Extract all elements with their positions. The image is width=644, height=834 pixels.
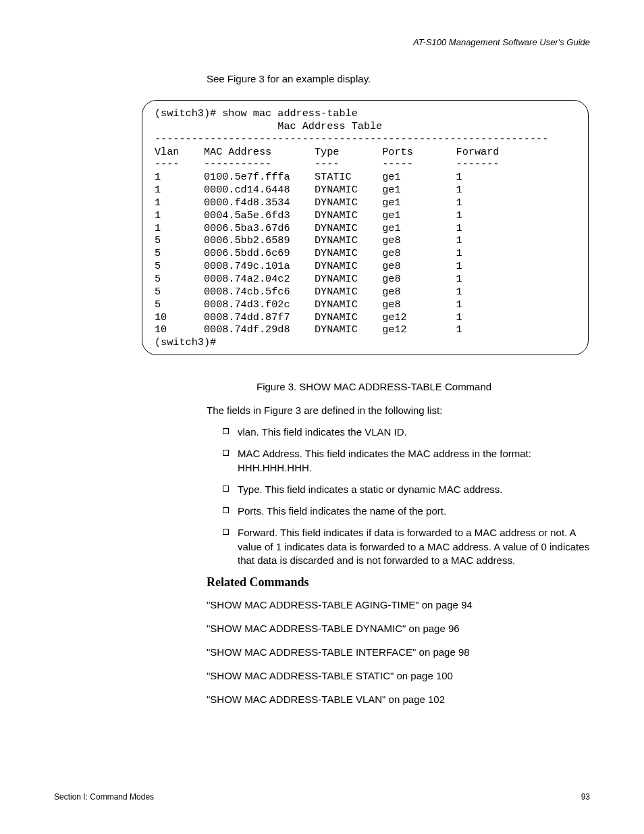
related-link: "SHOW MAC ADDRESS-TABLE STATIC" on page … <box>207 670 594 681</box>
cli-row: 1 0004.5a5e.6fd3 DYNAMIC ge1 1 <box>155 209 462 221</box>
footer-page-number: 93 <box>581 792 590 802</box>
cli-row: 5 0006.5bdd.6c69 DYNAMIC ge8 1 <box>155 247 462 259</box>
fields-intro: The fields in Figure 3 are defined in th… <box>207 405 594 416</box>
cli-col-header: Vlan MAC Address Type Ports Forward <box>155 146 499 158</box>
list-item: Type. This field indicates a static or d… <box>223 483 594 496</box>
related-link: "SHOW MAC ADDRESS-TABLE DYNAMIC" on page… <box>207 623 594 634</box>
cli-row: 1 0000.f4d8.3534 DYNAMIC ge1 1 <box>155 197 462 209</box>
list-item: Ports. This field indicates the name of … <box>223 504 594 518</box>
cli-row: 1 0100.5e7f.fffa STATIC ge1 1 <box>155 171 462 183</box>
fields-list: vlan. This field indicates the VLAN ID. … <box>207 425 594 567</box>
cli-row: 1 0000.cd14.6448 DYNAMIC ge1 1 <box>155 184 462 196</box>
cli-table-title: Mac Address Table <box>155 120 382 132</box>
content-top: See Figure 3 for an example display. <box>207 73 591 94</box>
cli-prompt-end: (switch3)# <box>155 336 216 348</box>
cli-row: 5 0008.74d3.f02c DYNAMIC ge8 1 <box>155 298 462 311</box>
cli-prompt-command: (switch3)# show mac address-table <box>155 107 358 120</box>
cli-col-rule: ---- ----------- ---- ----- ------- <box>155 158 499 170</box>
related-link: "SHOW MAC ADDRESS-TABLE AGING-TIME" on p… <box>207 599 594 610</box>
related-link: "SHOW MAC ADDRESS-TABLE INTERFACE" on pa… <box>207 646 594 658</box>
cli-rule: ----------------------------------------… <box>155 133 548 145</box>
cli-row: 10 0008.74df.29d8 DYNAMIC ge12 1 <box>155 323 462 336</box>
figure-caption: Figure 3. SHOW MAC ADDRESS-TABLE Command <box>257 381 594 392</box>
cli-row: 10 0008.74dd.87f7 DYNAMIC ge12 1 <box>155 311 462 323</box>
cli-row: 5 0006.5bb2.6589 DYNAMIC ge8 1 <box>155 234 462 246</box>
list-item: MAC Address. This field indicates the MA… <box>223 447 594 475</box>
intro-text: See Figure 3 for an example display. <box>207 73 591 84</box>
list-item: vlan. This field indicates the VLAN ID. <box>223 425 594 439</box>
cli-row: 5 0008.74a2.04c2 DYNAMIC ge8 1 <box>155 273 462 285</box>
cli-row: 5 0008.749c.101a DYNAMIC ge8 1 <box>155 260 462 272</box>
cli-row: 5 0008.74cb.5fc6 DYNAMIC ge8 1 <box>155 286 462 298</box>
running-head: AT-S100 Management Software User's Guide <box>413 37 590 47</box>
cli-output-box: (switch3)# show mac address-table Mac Ad… <box>142 100 589 355</box>
related-link: "SHOW MAC ADDRESS-TABLE VLAN" on page 10… <box>207 694 594 705</box>
page: AT-S100 Management Software User's Guide… <box>0 0 644 834</box>
after-box: Figure 3. SHOW MAC ADDRESS-TABLE Command… <box>207 380 594 717</box>
related-commands-heading: Related Commands <box>207 575 594 590</box>
footer-section: Section I: Command Modes <box>54 792 154 802</box>
cli-row: 1 0006.5ba3.67d6 DYNAMIC ge1 1 <box>155 222 462 234</box>
list-item: Forward. This field indicates if data is… <box>223 526 594 567</box>
